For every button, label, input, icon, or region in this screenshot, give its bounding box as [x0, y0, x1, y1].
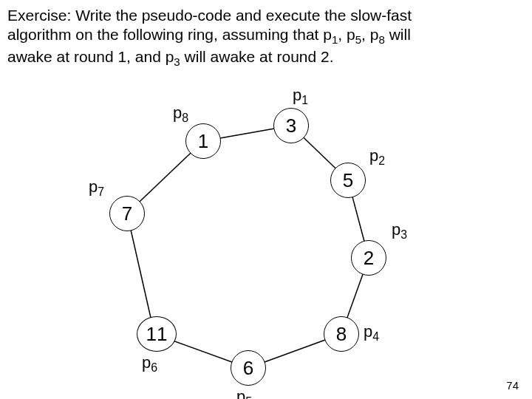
ex-line1: Exercise: Write the pseudo-code and exec… — [7, 7, 412, 24]
label-p5-sub: 5 — [245, 395, 252, 399]
label-p5-p: p — [236, 387, 245, 399]
label-p3: p3 — [392, 220, 407, 242]
ex-line3-pre: awake at round 1, and p — [7, 48, 174, 65]
node-p2: 5 — [330, 163, 366, 198]
node-p1: 3 — [273, 108, 309, 143]
label-p3-sub: 3 — [400, 228, 407, 241]
exercise-prompt: Exercise: Write the pseudo-code and exec… — [7, 6, 525, 69]
ex-line2-pre: algorithm on the following ring, assumin… — [7, 26, 332, 43]
node-p7: 7 — [109, 196, 145, 231]
label-p6-sub: 6 — [151, 361, 157, 374]
svg-line-5 — [127, 214, 154, 334]
label-p7-p: p — [89, 177, 98, 196]
label-p2-p: p — [369, 146, 378, 165]
node-p5: 6 — [231, 350, 266, 386]
ex-line2-post: will — [385, 26, 411, 43]
label-p2: p2 — [369, 146, 385, 168]
ex-line3-post: will awake at round 2. — [180, 48, 334, 65]
label-p4-sub: 4 — [372, 330, 379, 343]
label-p5: p5 — [236, 387, 252, 399]
label-p7: p7 — [89, 177, 104, 199]
label-p6-p: p — [142, 353, 151, 372]
label-p8-p: p — [173, 103, 182, 122]
label-p2-sub: 2 — [378, 154, 385, 167]
label-p1: p1 — [293, 86, 308, 107]
node-p1-value: 3 — [286, 115, 296, 137]
label-p4-p: p — [364, 322, 372, 341]
node-p8: 1 — [185, 123, 221, 159]
label-p8-sub: 8 — [182, 112, 188, 124]
label-p1-sub: 1 — [301, 94, 308, 106]
label-p3-p: p — [392, 220, 400, 239]
node-p5-value: 6 — [243, 357, 253, 380]
node-p4-value: 8 — [336, 323, 347, 346]
node-p3-value: 2 — [364, 247, 374, 270]
node-p3: 2 — [351, 240, 386, 276]
ex-line2-mid1: , p — [338, 26, 355, 43]
label-p4: p4 — [364, 322, 379, 344]
ring-diagram: 3 5 2 8 6 11 7 1 p1 p2 p3 p4 p5 p6 p7 p8 — [0, 74, 532, 399]
ex-line2-mid2: , p — [361, 26, 378, 43]
node-p8-value: 1 — [198, 130, 208, 153]
node-p2-value: 5 — [343, 169, 353, 192]
label-p1-p: p — [293, 86, 301, 104]
ring-edges — [0, 74, 532, 399]
ex-sub-8: 8 — [378, 33, 384, 46]
node-p6-value: 11 — [146, 323, 168, 346]
node-p7-value: 7 — [122, 202, 132, 225]
ex-sub-3: 3 — [174, 56, 180, 69]
node-p6: 11 — [137, 316, 177, 352]
ex-sub-5: 5 — [355, 33, 361, 46]
node-p4: 8 — [324, 316, 359, 352]
label-p8: p8 — [173, 103, 188, 125]
label-p6: p6 — [142, 353, 157, 375]
label-p7-sub: 7 — [98, 185, 104, 198]
